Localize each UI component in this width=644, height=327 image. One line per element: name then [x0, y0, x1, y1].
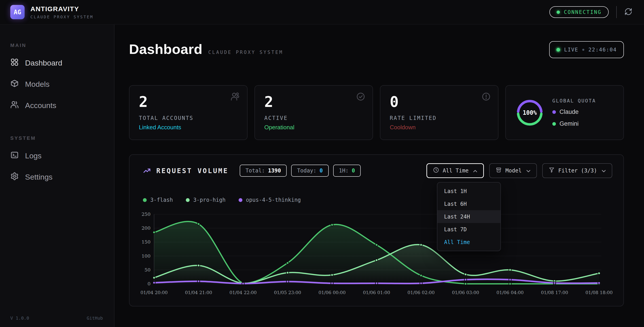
sidebar-item-settings[interactable]: Settings	[10, 166, 104, 188]
sidebar-item-label: Models	[25, 80, 50, 88]
menu-item-last-7d[interactable]: Last 7D	[438, 223, 500, 236]
pill-value: 1390	[268, 168, 281, 174]
card-active: 2 ACTIVE Operational	[254, 85, 373, 140]
topbar-divider	[616, 6, 617, 18]
total-pill: Total: 1390	[240, 164, 287, 177]
pill-label: Total:	[246, 168, 265, 174]
request-volume-chart: 05010015020025001/04 20:0001/04 21:0001/…	[135, 212, 625, 299]
clock-icon	[433, 167, 439, 174]
stat-value: 0	[390, 94, 488, 110]
time-range-menu: Last 1H Last 6H Last 24H Last 7D All Tim…	[437, 182, 501, 251]
chevron-up-icon	[472, 168, 478, 173]
provider-label: Claude	[560, 108, 579, 116]
pill-label: 1H:	[339, 168, 348, 174]
legend-item-opus[interactable]: opus-4-5-thinking	[238, 197, 301, 203]
series-dot-icon	[238, 198, 242, 202]
svg-text:01/04 22:00: 01/04 22:00	[230, 290, 257, 295]
connection-status-label: CONNECTING	[564, 9, 602, 15]
menu-item-last-6h[interactable]: Last 6H	[438, 198, 500, 210]
menu-item-all-time[interactable]: All Time	[438, 236, 500, 248]
menu-item-last-24h[interactable]: Last 24H	[438, 210, 500, 223]
main-content: Dashboard CLAUDE PROXY SYSTEM LIVE 22:46…	[115, 24, 644, 327]
gemini-dot-icon	[552, 122, 556, 126]
svg-text:01/06 02:00: 01/06 02:00	[408, 290, 435, 295]
claude-dot-icon	[552, 110, 556, 114]
sidebar: MAIN Dashboard Models Accounts SYSTEM	[0, 24, 114, 327]
dropdown-label: Filter (3/3)	[558, 168, 597, 174]
svg-text:01/04 21:00: 01/04 21:00	[185, 290, 212, 295]
stat-sub: Operational	[264, 124, 363, 131]
today-pill: Today: 0	[291, 164, 328, 177]
stat-label: TOTAL ACCOUNTS	[139, 115, 238, 121]
quota-provider-claude: Claude	[552, 108, 596, 116]
connection-status-badge: CONNECTING	[550, 6, 609, 18]
sidebar-item-dashboard[interactable]: Dashboard	[10, 52, 104, 74]
svg-text:100: 100	[142, 254, 150, 259]
stat-sub: Cooldown	[390, 124, 488, 131]
svg-text:01/06 03:00: 01/06 03:00	[452, 290, 479, 295]
dropdown-label: All Time	[443, 168, 469, 174]
live-dot-icon	[556, 48, 560, 52]
svg-text:01/04 20:00: 01/04 20:00	[140, 290, 168, 295]
app-subtitle: CLAUDE PROXY SYSTEM	[30, 14, 94, 19]
sidebar-item-label: Logs	[25, 152, 42, 160]
stat-sub: Linked Accounts	[139, 124, 238, 131]
menu-item-last-1h[interactable]: Last 1H	[438, 185, 500, 198]
alert-circle-icon	[482, 92, 491, 101]
stat-value: 2	[264, 94, 363, 110]
quota-percent: 100%	[515, 98, 544, 127]
svg-text:200: 200	[142, 226, 150, 231]
live-clock: 22:46:04	[588, 47, 617, 52]
svg-text:01/06 00:00: 01/06 00:00	[318, 290, 346, 295]
quota-title: GLOBAL QUOTA	[552, 98, 596, 104]
svg-text:50: 50	[144, 267, 150, 273]
legend-label: 3-flash	[150, 197, 173, 203]
app-logo: AG	[10, 5, 24, 19]
legend-label: 3-pro-high	[193, 197, 226, 203]
sidebar-section-main: MAIN	[10, 42, 104, 48]
pill-label: Today:	[297, 168, 316, 174]
trending-up-icon	[143, 167, 151, 175]
page-title: Dashboard	[129, 41, 202, 57]
svg-text:01/08 18:00: 01/08 18:00	[586, 290, 613, 295]
refresh-button[interactable]	[624, 8, 633, 16]
card-rate-limited: 0 RATE LIMITED Cooldown	[380, 85, 498, 140]
chart-legend: 3-flash 3-pro-high opus-4-5-thinking	[143, 197, 301, 203]
request-volume-panel: REQUEST VOLUME Total: 1390 Today: 0 1H: …	[129, 154, 624, 306]
chevron-down-icon	[600, 168, 606, 173]
svg-text:0: 0	[148, 281, 150, 286]
svg-text:01/05 23:00: 01/05 23:00	[274, 290, 301, 295]
svg-text:01/06 04:00: 01/06 04:00	[496, 290, 524, 295]
github-link[interactable]: GitHub	[87, 315, 103, 321]
svg-text:250: 250	[142, 212, 150, 217]
model-dropdown[interactable]: Model	[489, 163, 537, 178]
stat-label: ACTIVE	[264, 115, 363, 121]
pill-value: 0	[320, 168, 323, 174]
dot-separator-icon	[582, 49, 584, 51]
brand: AG ANTIGRAVITY CLAUDE PROXY SYSTEM	[10, 5, 94, 19]
panel-title: REQUEST VOLUME	[156, 167, 228, 175]
sidebar-section-system: SYSTEM	[10, 135, 104, 141]
sidebar-item-models[interactable]: Models	[10, 74, 104, 95]
legend-item-3-flash[interactable]: 3-flash	[143, 197, 173, 203]
cube-icon	[10, 79, 19, 90]
app-version: V 1.0.0	[10, 315, 29, 321]
filter-dropdown[interactable]: Filter (3/3)	[542, 163, 612, 178]
sidebar-item-label: Settings	[25, 173, 52, 182]
refresh-icon	[624, 8, 632, 16]
app-name: ANTIGRAVITY	[30, 5, 94, 13]
sidebar-item-label: Accounts	[25, 101, 56, 110]
funnel-icon	[548, 167, 555, 174]
legend-item-3-pro-high[interactable]: 3-pro-high	[186, 197, 226, 203]
chevron-down-icon	[525, 168, 531, 173]
time-range-dropdown[interactable]: All Time	[426, 163, 484, 178]
card-global-quota: 100% GLOBAL QUOTA Claude Gemini	[505, 85, 624, 140]
one-hour-pill: 1H: 0	[333, 164, 361, 177]
users-icon	[10, 100, 19, 111]
sidebar-item-accounts[interactable]: Accounts	[10, 95, 104, 116]
check-circle-icon	[356, 92, 366, 101]
stat-label: RATE LIMITED	[390, 115, 488, 121]
sidebar-item-logs[interactable]: Logs	[10, 145, 104, 166]
svg-text:150: 150	[142, 239, 150, 245]
legend-label: opus-4-5-thinking	[246, 197, 301, 203]
